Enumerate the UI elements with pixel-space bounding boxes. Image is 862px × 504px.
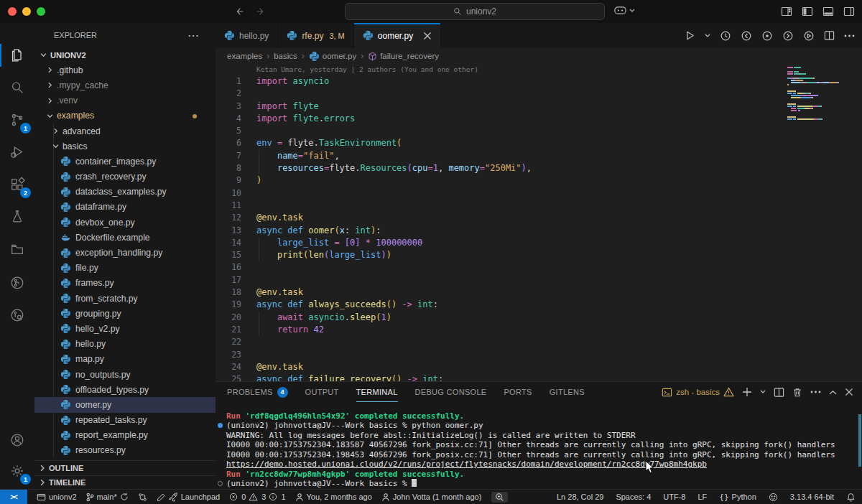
status-john-votta-1-month-ago-[interactable]: John Votta (1 month ago): [381, 493, 482, 502]
folder-item-advanced[interactable]: advanced: [34, 123, 216, 139]
terminal-link[interactable]: https://demo.hosted.unionai.cloud/v2/run…: [226, 459, 707, 469]
activity-source-control-icon[interactable]: 1: [0, 104, 34, 136]
command-center-search[interactable]: unionv2: [345, 3, 605, 20]
forward-icon[interactable]: [256, 6, 266, 17]
close-tab-icon[interactable]: [423, 32, 432, 40]
status-main-[interactable]: main*: [86, 493, 129, 502]
status-lf[interactable]: LF: [698, 493, 708, 501]
file-item-resources.py[interactable]: resources.py: [34, 443, 216, 458]
panel-tab-debug-console[interactable]: DEBUG CONSOLE: [415, 382, 487, 402]
file-item-container_images.py[interactable]: container_images.py: [34, 154, 216, 169]
file-item-dataclass_examples.py[interactable]: dataclass_examples.py: [34, 185, 216, 200]
activity-search-icon[interactable]: [0, 72, 34, 103]
tab-hello.py[interactable]: hello.py: [216, 23, 278, 48]
activity-remote-explorer-icon[interactable]: [0, 233, 34, 265]
activity-account-icon[interactable]: [0, 424, 34, 456]
status-you-2-months-ago[interactable]: You, 2 months ago: [295, 493, 372, 502]
status-unionv2[interactable]: unionv2: [37, 493, 77, 502]
file-item-offloaded_types.py[interactable]: offloaded_types.py: [34, 382, 216, 397]
folder-item-examples[interactable]: examples: [34, 108, 216, 123]
file-item-report_example.py[interactable]: report_example.py: [34, 428, 216, 443]
breadcrumb-item[interactable]: examples: [227, 52, 262, 60]
file-item-Dockerfile.example[interactable]: Dockerfile.example: [34, 230, 216, 245]
activity-extensions-icon[interactable]: 2: [0, 169, 34, 200]
status-launchpad[interactable]: Launchpad: [157, 493, 220, 502]
split-editor-icon[interactable]: [774, 387, 784, 398]
status-bell[interactable]: [846, 493, 856, 502]
folder-item-.mypy_cache[interactable]: .mypy_cache: [34, 78, 216, 93]
more-actions-icon[interactable]: ···: [188, 30, 200, 41]
file-item-hello_v2.py[interactable]: hello_v2.py: [34, 321, 216, 336]
folder-item-.venv[interactable]: .venv: [34, 93, 216, 108]
activity-testing-icon[interactable]: [0, 201, 34, 233]
customize-layout-icon[interactable]: [781, 6, 792, 17]
status-ln-28-col-29[interactable]: Ln 28, Col 29: [557, 493, 603, 501]
remote-indicator[interactable]: ><: [0, 490, 27, 504]
chevron-down-sm-icon[interactable]: [705, 34, 710, 38]
command-decoration[interactable]: [218, 481, 223, 486]
toggle-sidebar-icon[interactable]: [802, 6, 813, 17]
terminal-shell-label[interactable]: zsh - basics: [662, 387, 734, 398]
breadcrumb-item[interactable]: basics: [274, 52, 297, 60]
folder-item-.github[interactable]: .github: [34, 62, 216, 78]
tab-oomer.py[interactable]: oomer.py: [354, 23, 441, 48]
panel-tab-gitlens[interactable]: GITLENS: [550, 382, 585, 402]
panel-tab-problems[interactable]: PROBLEMS4: [227, 382, 288, 402]
folder-item-basics[interactable]: basics: [34, 139, 216, 154]
activity-settings-icon[interactable]: 1: [0, 455, 34, 487]
file-item-frames.py[interactable]: frames.py: [34, 276, 216, 291]
close-icon[interactable]: [845, 388, 853, 396]
status-smiley[interactable]: [769, 493, 778, 502]
add-icon[interactable]: [742, 387, 752, 397]
chevron-down-sm-icon[interactable]: [760, 390, 766, 394]
status-3-13-4-64-bit[interactable]: 3.13.4 64-bit: [790, 493, 834, 501]
status-python[interactable]: {}Python: [719, 493, 756, 502]
tab-rfe.py[interactable]: rfe.py3, M: [278, 23, 353, 48]
breadcrumb-item[interactable]: failure_recovery: [368, 52, 439, 61]
file-item-map.py[interactable]: map.py: [34, 352, 216, 367]
file-item-oomer.py[interactable]: oomer.py: [34, 397, 216, 412]
file-item-file.py[interactable]: file.py: [34, 261, 216, 276]
copilot-menu[interactable]: [614, 6, 635, 15]
circle-right-icon[interactable]: [782, 30, 794, 42]
file-item-no_outputs.py[interactable]: no_outputs.py: [34, 367, 216, 382]
activity-run-debug-icon[interactable]: [0, 136, 34, 168]
minimap[interactable]: [787, 67, 853, 121]
activity-explorer-icon[interactable]: [0, 39, 34, 71]
file-item-from_scratch.py[interactable]: from_scratch.py: [34, 291, 216, 306]
panel-tab-output[interactable]: OUTPUT: [305, 382, 339, 402]
more-icon[interactable]: [810, 391, 821, 393]
toggle-secondary-sidebar-icon[interactable]: [843, 6, 855, 17]
breadcrumb-item[interactable]: oomer.py: [309, 51, 356, 62]
file-item-exception_handling.py[interactable]: exception_handling.py: [34, 245, 216, 260]
file-item-dataframe.py[interactable]: dataframe.py: [34, 200, 216, 215]
maximize-window-button[interactable]: [37, 7, 45, 16]
file-item-crash_recovery.py[interactable]: crash_recovery.py: [34, 169, 216, 185]
file-item-grouping.py[interactable]: grouping.py: [34, 306, 216, 321]
close-window-button[interactable]: [8, 7, 17, 16]
minimize-window-button[interactable]: [22, 7, 31, 16]
activity-gitlens-inspect-icon[interactable]: [0, 299, 34, 331]
circle-dot-icon[interactable]: [761, 30, 773, 42]
panel-tab-terminal[interactable]: TERMINAL: [356, 382, 398, 402]
terminal-scrollbar[interactable]: [858, 414, 861, 467]
back-icon[interactable]: [234, 6, 244, 17]
circle-left-icon[interactable]: [741, 30, 752, 42]
more-icon[interactable]: [844, 34, 855, 37]
status-spaces-4[interactable]: Spaces: 4: [616, 493, 651, 501]
status-utf-8[interactable]: UTF-8: [663, 493, 685, 501]
code-editor[interactable]: Ketan Umare, yesterday | 2 authors (You …: [216, 64, 862, 381]
trash-icon[interactable]: [792, 387, 802, 398]
file-item-hello.py[interactable]: hello.py: [34, 337, 216, 352]
run-icon[interactable]: [685, 30, 695, 41]
chevron-up-icon[interactable]: [829, 390, 837, 395]
history-icon[interactable]: [720, 30, 731, 42]
terminal[interactable]: Run 'rdf8qgdlq496hln54x92' completed suc…: [216, 402, 862, 489]
status-zoom[interactable]: [491, 492, 508, 503]
debug-alt-icon[interactable]: [803, 30, 815, 42]
panel-tab-ports[interactable]: PORTS: [504, 382, 532, 402]
folder-item-UNIONV2[interactable]: UNIONV2: [34, 47, 216, 62]
diagnostics-status[interactable]: 031: [229, 493, 285, 501]
toggle-panel-icon[interactable]: [822, 6, 834, 17]
file-item-repeated_tasks.py[interactable]: repeated_tasks.py: [34, 413, 216, 428]
